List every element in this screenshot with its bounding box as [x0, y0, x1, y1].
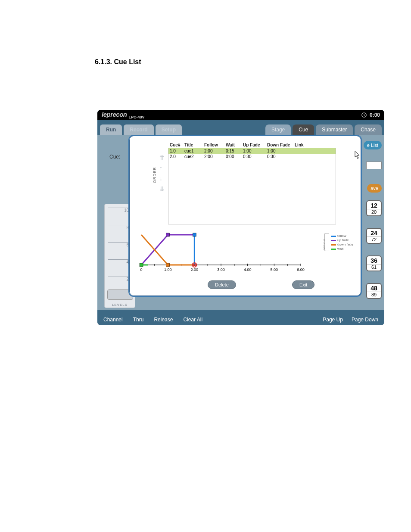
- cue-list-dialog: ⇈ ↑ ↓ ⇊ ORDER Cue#TitleFollowWaitUp Fade…: [128, 135, 362, 297]
- tab-stage[interactable]: Stage: [265, 124, 291, 135]
- mouse-cursor-icon: [355, 151, 361, 161]
- clock-time: 0:00: [370, 112, 380, 118]
- slider-tick: 8: [108, 225, 130, 230]
- footer-bar: Channel Thru Release Clear All Page Up P…: [97, 314, 384, 325]
- footer-page-down[interactable]: Page Down: [352, 317, 378, 323]
- tab-cue[interactable]: Cue: [293, 124, 314, 135]
- cue-timeline-chart: 01:002:003:004:005:006:00 next cue follo…: [139, 231, 353, 274]
- svg-rect-23: [166, 233, 170, 236]
- legend-bracket-label: next cue: [323, 239, 326, 250]
- svg-text:4:00: 4:00: [244, 268, 252, 272]
- channel-box-4[interactable]: 4889: [366, 283, 382, 299]
- model-text: LPC-48V: [127, 115, 145, 119]
- cue-label: Cue:: [109, 154, 120, 160]
- tab-setup[interactable]: Setup: [156, 124, 182, 135]
- slider-tick: 2: [108, 277, 130, 282]
- footer-clear-all[interactable]: Clear All: [183, 317, 202, 323]
- svg-rect-24: [166, 263, 170, 267]
- side-field[interactable]: [366, 162, 382, 169]
- exit-button[interactable]: Exit: [292, 280, 314, 289]
- brand-logo: lepreconLPC-48V: [102, 111, 145, 119]
- tab-chase[interactable]: Chase: [355, 124, 382, 135]
- cue-table-header: Cue#TitleFollowWaitUp FadeDown FadeLink: [168, 141, 336, 149]
- footer-page-up[interactable]: Page Up: [323, 317, 343, 323]
- order-arrows: ⇈ ↑ ↓ ⇊: [159, 155, 165, 192]
- footer-release[interactable]: Release: [154, 317, 173, 323]
- svg-text:0: 0: [140, 268, 142, 272]
- svg-text:1:00: 1:00: [164, 268, 172, 272]
- mode-tabs: Run Record Setup Stage Cue Submaster Cha…: [97, 120, 384, 135]
- table-row[interactable]: 1.0cue12:000:151:001:00: [168, 148, 336, 154]
- svg-text:5:00: 5:00: [271, 268, 278, 272]
- slider-tick: 6: [108, 242, 130, 247]
- tab-record[interactable]: Record: [124, 124, 153, 135]
- order-top-icon[interactable]: ⇈: [159, 155, 165, 161]
- svg-rect-22: [140, 263, 143, 267]
- top-bar: lepreconLPC-48V 0:00: [97, 110, 384, 120]
- brand-text: leprecon: [102, 111, 127, 118]
- delete-button[interactable]: Delete: [208, 280, 236, 289]
- slider-tick: 4: [108, 259, 130, 264]
- svg-rect-25: [193, 233, 196, 236]
- tab-submaster[interactable]: Submaster: [316, 124, 353, 135]
- svg-text:2:00: 2:00: [191, 268, 199, 272]
- channel-box-2[interactable]: 2472: [366, 228, 382, 244]
- svg-text:6:00: 6:00: [297, 268, 305, 272]
- tab-run[interactable]: Run: [100, 124, 122, 135]
- order-up-icon[interactable]: ↑: [159, 165, 165, 171]
- lighting-console-app: lepreconLPC-48V 0:00 Run Record Setup St…: [97, 110, 384, 325]
- footer-thru[interactable]: Thru: [133, 317, 144, 323]
- save-button[interactable]: ave: [367, 184, 382, 193]
- section-heading: 6.1.3. Cue List: [95, 58, 141, 66]
- order-label: ORDER: [153, 167, 157, 183]
- svg-text:3:00: 3:00: [217, 268, 225, 272]
- channel-box-1[interactable]: 1220: [366, 200, 382, 216]
- timeline-svg: 01:002:003:004:005:006:00: [139, 231, 353, 274]
- table-row[interactable]: 2.0cue22:000:000:300:30: [168, 154, 336, 159]
- cue-list-button[interactable]: e List: [364, 141, 382, 149]
- levels-label: LEVELS: [105, 303, 135, 307]
- clock-icon: [361, 112, 367, 118]
- order-down-icon[interactable]: ↓: [159, 175, 165, 181]
- channel-box-3[interactable]: 3661: [366, 255, 382, 271]
- timeline-legend: follow up fade down fade wait: [331, 234, 353, 251]
- cue-table[interactable]: Cue#TitleFollowWaitUp FadeDown FadeLink …: [168, 148, 336, 224]
- clock: 0:00: [361, 112, 380, 118]
- workspace: Cue: 10 8 6 4 2 LEVELS e List ave 1220 2…: [97, 135, 384, 310]
- footer-channel[interactable]: Channel: [103, 317, 123, 323]
- order-bottom-icon[interactable]: ⇊: [159, 186, 165, 192]
- slider-tick: 10: [108, 208, 130, 213]
